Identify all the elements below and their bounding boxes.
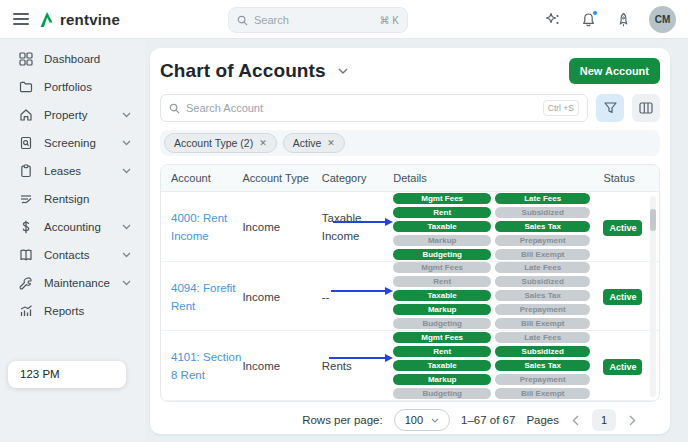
menu-icon[interactable] [13, 13, 29, 25]
sidebar-item-label: Rentsign [44, 193, 89, 205]
detail-badge: Rent [393, 276, 491, 287]
sidebar-item-rentsign[interactable]: Rentsign [0, 185, 145, 213]
filter-button[interactable] [596, 94, 624, 122]
notifications-bell-icon[interactable] [579, 11, 597, 29]
table-body: 4000: Rent Income Income Taxable Income … [161, 192, 659, 401]
detail-badge: Mgmt Fees [393, 193, 491, 204]
document-search-icon [18, 136, 33, 151]
sidebar-item-property[interactable]: Property [0, 101, 145, 129]
account-link[interactable]: 4000: Rent Income [171, 212, 227, 242]
chevron-down-icon [122, 224, 131, 230]
top-header: rentvine ⌘ K CM [0, 0, 688, 39]
chevron-down-icon [431, 418, 439, 423]
columns-button[interactable] [632, 94, 660, 122]
rocket-icon[interactable] [614, 11, 632, 29]
chevron-down-icon [122, 112, 131, 118]
ai-assistant-icon[interactable] [544, 11, 562, 29]
detail-badge: Rent [393, 207, 491, 218]
detail-badge: Budgeting [393, 318, 491, 329]
account-search[interactable]: Ctrl +S [160, 94, 588, 122]
logo[interactable]: rentvine [39, 11, 120, 28]
account-type-cell: Income [242, 360, 280, 372]
chevron-down-icon [122, 140, 131, 146]
page-number-button[interactable]: 1 [592, 409, 616, 431]
table-row[interactable]: 4000: Rent Income Income Taxable Income … [161, 192, 659, 262]
title-dropdown-chevron-icon[interactable] [338, 68, 348, 75]
sidebar-item-contacts[interactable]: Contacts [0, 241, 145, 269]
sidebar-item-label: Maintenance [44, 277, 110, 289]
time-popup: 123 PM [8, 361, 126, 388]
detail-badge: Budgeting [393, 388, 491, 399]
close-icon[interactable]: ✕ [259, 138, 267, 148]
active-filters-bar: Account Type (2) ✕ Active ✕ [160, 130, 660, 156]
column-header-account-type: Account Type [242, 172, 321, 184]
detail-badge: Late Fees [495, 193, 590, 204]
detail-badge: Taxable [393, 290, 491, 301]
status-badge: Active [603, 220, 642, 236]
close-icon[interactable]: ✕ [327, 138, 335, 148]
new-account-button[interactable]: New Account [569, 58, 660, 84]
pagination-range: 1–67 of 67 [461, 414, 515, 426]
table-scrollbar-thumb[interactable] [650, 209, 656, 231]
detail-badge: Taxable [393, 360, 491, 371]
main-panel: Chart of Accounts New Account Ctrl +S [150, 48, 670, 434]
category-cell: Taxable Income [322, 212, 362, 242]
filter-chip-active[interactable]: Active ✕ [283, 133, 345, 153]
previous-page-icon[interactable] [570, 415, 581, 426]
rentvine-logo-icon [39, 11, 55, 28]
global-search-input[interactable] [254, 14, 374, 26]
chevron-down-icon [122, 168, 131, 174]
avatar[interactable]: CM [649, 6, 676, 33]
sidebar-item-accounting[interactable]: Accounting [0, 213, 145, 241]
sidebar-item-label: Contacts [44, 249, 89, 261]
table-row[interactable]: 4101: Section 8 Rent Income Rents Mgmt F… [161, 331, 659, 401]
sidebar-item-label: Accounting [44, 221, 101, 233]
rows-per-page-select[interactable]: 100 [394, 409, 450, 431]
details-badges: Mgmt FeesLate FeesRentSubsidizedTaxableS… [393, 332, 603, 399]
folder-icon [18, 80, 33, 95]
page-title: Chart of Accounts [160, 60, 326, 82]
detail-badge: Prepayment [495, 374, 590, 385]
columns-icon [639, 102, 653, 114]
chevron-down-icon [122, 280, 131, 286]
global-search[interactable]: ⌘ K [228, 7, 408, 33]
accounts-table: Account Account Type Category Details St… [160, 164, 660, 402]
notification-dot [592, 10, 598, 16]
category-cell: Rents [322, 360, 352, 372]
account-search-input[interactable] [186, 102, 537, 114]
account-link[interactable]: 4101: Section 8 Rent [171, 351, 241, 381]
chip-label: Active [293, 137, 322, 149]
sidebar-item-portfolios[interactable]: Portfolios [0, 73, 145, 101]
sidebar-item-reports[interactable]: Reports [0, 297, 145, 325]
detail-badge: Taxable [393, 221, 491, 232]
sidebar-item-screening[interactable]: Screening [0, 129, 145, 157]
detail-badge: Bill Exempt [495, 249, 590, 260]
detail-badge: Subsidized [495, 207, 590, 218]
detail-badge: Bill Exempt [495, 318, 590, 329]
next-page-icon[interactable] [627, 415, 638, 426]
details-badges: Mgmt FeesLate FeesRentSubsidizedTaxableS… [393, 193, 603, 260]
funnel-icon [604, 102, 617, 114]
rows-per-page-label: Rows per page: [302, 414, 383, 426]
account-link[interactable]: 4094: Forefit Rent [171, 282, 236, 312]
logo-text: rentvine [60, 11, 120, 28]
detail-badge: Markup [393, 374, 491, 385]
sidebar-item-dashboard[interactable]: Dashboard [0, 45, 145, 73]
dashboard-icon [18, 52, 33, 67]
table-row[interactable]: 4094: Forefit Rent Income -- Mgmt FeesLa… [161, 262, 659, 332]
detail-badge: Sales Tax [495, 290, 590, 301]
column-header-status: Status [603, 172, 659, 184]
column-header-account: Account [161, 172, 242, 184]
detail-badge: Markup [393, 304, 491, 315]
sidebar-item-label: Property [44, 109, 87, 121]
detail-badge: Budgeting [393, 249, 491, 260]
detail-badge: Sales Tax [495, 221, 590, 232]
filter-chip-account-type[interactable]: Account Type (2) ✕ [164, 133, 277, 153]
search-shortcut-hint: ⌘ K [380, 15, 399, 26]
pagination-bar: Rows per page: 100 1–67 of 67 Pages 1 [160, 402, 660, 438]
detail-badge: Bill Exempt [495, 388, 590, 399]
sidebar-item-maintenance[interactable]: Maintenance [0, 269, 145, 297]
detail-badge: Subsidized [495, 346, 590, 357]
chart-icon [18, 304, 33, 319]
sidebar-item-leases[interactable]: Leases [0, 157, 145, 185]
